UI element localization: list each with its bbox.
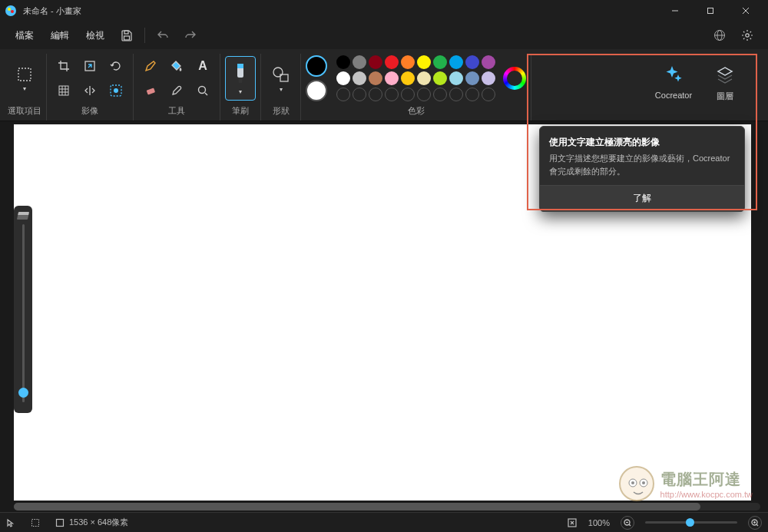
color-swatch[interactable] — [369, 88, 382, 101]
maximize-button[interactable] — [693, 0, 728, 21]
magnifier-tool[interactable] — [190, 79, 215, 102]
group-label-brushes: 筆刷 — [232, 103, 249, 121]
color-swatch[interactable] — [465, 71, 479, 85]
save-button[interactable] — [114, 24, 140, 47]
shapes-picker[interactable]: ▾ — [266, 58, 296, 99]
color-swatch[interactable] — [433, 55, 447, 69]
color-swatch[interactable] — [449, 71, 463, 85]
brush-picker[interactable]: ▾ — [225, 56, 256, 101]
select-tool[interactable]: ▾ — [10, 58, 39, 99]
group-selection: ▾ 選取項目 — [3, 54, 47, 121]
svg-line-41 — [756, 524, 758, 526]
menu-file[interactable]: 檔案 — [8, 25, 41, 47]
color-swatch[interactable] — [465, 88, 479, 101]
canvas-dimensions: 1536 × 648像素 — [55, 517, 128, 528]
color-swatch[interactable] — [336, 71, 350, 85]
zoom-slider-thumb[interactable] — [686, 518, 694, 527]
dimensions-text: 1536 × 648像素 — [69, 517, 128, 528]
chevron-down-icon: ▾ — [280, 86, 283, 93]
settings-button[interactable] — [734, 24, 760, 47]
group-colors: 色彩 — [301, 54, 531, 121]
group-label-shapes: 形狀 — [273, 103, 290, 121]
color-swatch[interactable] — [336, 55, 350, 69]
svg-point-28 — [273, 68, 283, 77]
color-swatch[interactable] — [417, 71, 431, 85]
text-tool[interactable]: A — [190, 55, 215, 78]
eyedropper-tool[interactable] — [164, 79, 189, 102]
rotate-tool[interactable] — [104, 55, 128, 78]
pencil-tool[interactable] — [138, 55, 163, 78]
color-swatch[interactable] — [433, 71, 447, 85]
tooltip-body: 用文字描述您想要建立的影像或藝術，Cocreator 會完成剩餘的部分。 — [549, 152, 735, 177]
color-primary[interactable] — [306, 55, 327, 77]
svg-point-0 — [5, 5, 16, 16]
color-swatch[interactable] — [401, 55, 415, 69]
color-swatch[interactable] — [401, 71, 415, 85]
zoom-slider[interactable] — [645, 521, 737, 524]
sparkle-icon — [662, 63, 685, 86]
grid-tool[interactable] — [51, 79, 76, 102]
globe-icon[interactable] — [707, 24, 733, 47]
edit-colors-button[interactable] — [503, 67, 526, 90]
layers-label: 圖層 — [717, 91, 733, 102]
color-swatch[interactable] — [353, 88, 366, 101]
svg-point-33 — [642, 481, 645, 484]
color-swatch[interactable] — [385, 88, 399, 101]
svg-line-25 — [205, 93, 207, 95]
cocreator-tab[interactable]: Cocreator — [649, 60, 698, 105]
undo-button[interactable] — [150, 24, 176, 47]
cursor-position — [6, 518, 20, 527]
zoom-in-button[interactable] — [748, 516, 762, 530]
group-label-colors: 色彩 — [408, 103, 425, 121]
zoom-out-button[interactable] — [621, 516, 634, 530]
color-swatch[interactable] — [433, 88, 447, 101]
color-swatch[interactable] — [482, 55, 495, 69]
color-swatch[interactable] — [482, 71, 495, 85]
tooltip-ok-button[interactable]: 了解 — [540, 185, 744, 211]
color-swatch[interactable] — [449, 55, 463, 69]
layers-tab[interactable]: 圖層 — [707, 60, 743, 105]
horizontal-scrollbar[interactable] — [14, 503, 760, 511]
color-swatch[interactable] — [336, 88, 350, 101]
flip-tool[interactable] — [78, 79, 102, 102]
eraser-tool[interactable] — [138, 79, 163, 102]
background-remove-tool[interactable] — [104, 79, 128, 102]
fill-tool[interactable] — [164, 55, 189, 78]
watermark-line1: 電腦王阿達 — [660, 469, 753, 490]
vertical-zoom-slider[interactable] — [14, 206, 32, 413]
close-button[interactable] — [728, 0, 763, 21]
color-swatch[interactable] — [353, 71, 366, 85]
group-label-tools: 工具 — [168, 103, 185, 121]
resize-tool[interactable] — [78, 55, 102, 78]
color-swatch[interactable] — [385, 55, 399, 69]
color-swatch[interactable] — [482, 88, 495, 101]
svg-point-1 — [8, 8, 11, 11]
cocreator-label: Cocreator — [655, 91, 692, 100]
color-swatch[interactable] — [369, 71, 382, 85]
color-swatch[interactable] — [385, 71, 399, 85]
color-swatch[interactable] — [353, 55, 366, 69]
slider-thumb[interactable] — [18, 388, 28, 398]
svg-rect-27 — [237, 64, 243, 68]
menu-view[interactable]: 檢視 — [78, 25, 112, 47]
group-image: 影像 — [47, 54, 134, 121]
redo-button[interactable] — [177, 24, 204, 47]
fit-to-window-button[interactable] — [567, 517, 578, 528]
color-swatch[interactable] — [449, 88, 463, 101]
color-swatch[interactable] — [417, 55, 431, 69]
tooltip-title: 使用文字建立極漂亮的影像 — [549, 136, 735, 149]
palette-row-1 — [336, 55, 495, 69]
color-secondary[interactable] — [306, 80, 327, 101]
color-swatch[interactable] — [369, 55, 382, 69]
color-swatch[interactable] — [417, 88, 431, 101]
svg-point-24 — [199, 87, 206, 94]
svg-rect-35 — [57, 519, 64, 526]
color-swatch[interactable] — [401, 88, 415, 101]
menu-edit[interactable]: 編輯 — [43, 25, 77, 47]
chevron-down-icon: ▾ — [23, 85, 26, 92]
color-swatch[interactable] — [465, 55, 479, 69]
layers-icon — [713, 63, 737, 86]
minimize-button[interactable] — [657, 0, 693, 21]
svg-rect-34 — [32, 519, 39, 526]
crop-tool[interactable] — [51, 55, 76, 78]
